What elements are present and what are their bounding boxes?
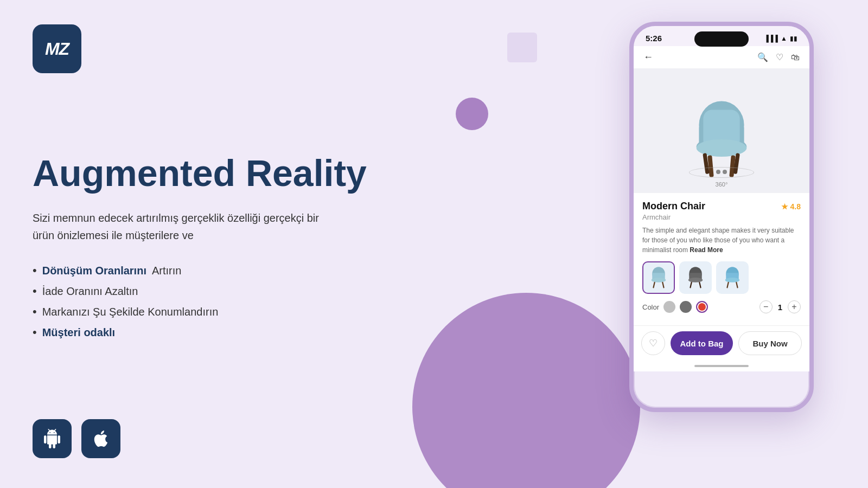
thumbnail-row	[642, 261, 801, 294]
bullet-list: Dönüşüm Oranlarını Artırın İade Oranını …	[33, 264, 412, 346]
svg-point-16	[688, 278, 703, 282]
bullet-normal-1: Artırın	[152, 265, 181, 277]
product-image-area: 360°	[634, 68, 809, 193]
buy-now-button[interactable]: Buy Now	[738, 331, 802, 355]
wishlist-button[interactable]: ♡	[641, 331, 665, 355]
qty-increase-button[interactable]: +	[788, 300, 801, 313]
dynamic-island	[694, 31, 749, 47]
search-icon[interactable]: 🔍	[757, 52, 768, 62]
bg-decoration-circle-large	[412, 293, 640, 488]
product-description: The simple and elegant shape makes it ve…	[642, 226, 801, 255]
subtitle: Sizi memnun edecek artırılmış gerçeklik …	[33, 209, 326, 244]
color-label: Color	[642, 303, 659, 311]
left-content: Augmented Reality Sizi memnun edecek art…	[33, 0, 412, 488]
wifi-icon: ▲	[781, 35, 787, 42]
store-buttons	[33, 419, 120, 458]
status-icons: ▐▐▐ ▲ ▮▮	[764, 35, 797, 42]
android-store-button[interactable]	[33, 419, 72, 458]
bullet-normal-2: İade Oranını Azaltın	[42, 285, 138, 298]
star-icon: ★	[781, 202, 788, 211]
bullet-normal-3: Markanızı Şu Şekilde Konumlandırın	[42, 306, 219, 318]
read-more-link[interactable]: Read More	[690, 246, 723, 254]
qty-value: 1	[778, 303, 782, 312]
thumb-chair-icon-1	[647, 266, 671, 290]
ar-360-label: 360°	[716, 181, 728, 188]
back-button[interactable]: ←	[643, 52, 653, 63]
product-name: Modern Chair	[642, 201, 705, 212]
product-category: Armchair	[642, 213, 801, 221]
logo: MZ	[33, 24, 81, 73]
header-action-icons: 🔍 ♡ 🛍	[757, 52, 800, 62]
svg-line-12	[653, 282, 654, 288]
svg-line-13	[662, 282, 663, 288]
bullet-bold-4: Müşteri odaklı	[42, 326, 115, 339]
thumbnail-3[interactable]	[716, 261, 749, 294]
list-item: Dönüşüm Oranlarını Artırın	[33, 264, 412, 278]
app-header: ← 🔍 ♡ 🛍	[634, 46, 809, 68]
home-bar	[694, 365, 749, 367]
ar-dot	[723, 170, 727, 174]
svg-line-18	[699, 282, 700, 288]
add-to-bag-button[interactable]: Add to Bag	[671, 331, 733, 355]
qty-decrease-button[interactable]: −	[760, 300, 773, 313]
svg-line-23	[736, 282, 737, 288]
action-bar: ♡ Add to Bag Buy Now	[634, 325, 809, 361]
thumb-chair-icon-3	[720, 266, 744, 290]
list-item: Markanızı Şu Şekilde Konumlandırın	[33, 305, 412, 319]
rating-badge: ★ 4.8	[781, 202, 801, 211]
qty-control: − 1 +	[760, 300, 801, 313]
svg-point-21	[725, 278, 739, 282]
color-option-gray[interactable]	[663, 301, 675, 313]
thumbnail-1[interactable]	[642, 261, 675, 294]
thumb-chair-icon-2	[684, 266, 707, 290]
main-title: Augmented Reality	[33, 153, 412, 194]
thumbnail-2[interactable]	[679, 261, 712, 294]
ar-dots	[716, 170, 727, 174]
color-option-red[interactable]	[696, 301, 708, 313]
color-option-dark[interactable]	[680, 301, 692, 313]
cart-icon[interactable]: 🛍	[791, 53, 800, 62]
product-info: Modern Chair ★ 4.8 Armchair The simple a…	[634, 193, 809, 325]
ios-store-button[interactable]	[81, 419, 120, 458]
list-item: İade Oranını Azaltın	[33, 284, 412, 298]
phone-container: 5:26 ▐▐▐ ▲ ▮▮ ← 🔍 ♡ 🛍	[629, 22, 814, 412]
bg-decoration-rect2	[507, 33, 537, 62]
product-name-row: Modern Chair ★ 4.8	[642, 201, 801, 212]
battery-icon: ▮▮	[790, 35, 797, 42]
svg-line-17	[690, 282, 691, 288]
rating-value: 4.8	[790, 202, 801, 211]
wishlist-icon[interactable]: ♡	[776, 52, 783, 62]
home-indicator	[634, 361, 809, 371]
status-time: 5:26	[646, 34, 662, 43]
apple-icon	[91, 429, 111, 448]
color-section: Color	[642, 301, 708, 313]
ar-dot	[716, 170, 720, 174]
bg-decoration-circle-small	[456, 98, 488, 130]
bullet-bold-1: Dönüşüm Oranlarını	[42, 265, 146, 277]
android-icon	[42, 429, 62, 448]
color-qty-row: Color − 1 +	[642, 300, 801, 313]
phone-frame: 5:26 ▐▐▐ ▲ ▮▮ ← 🔍 ♡ 🛍	[629, 22, 814, 412]
svg-line-22	[727, 282, 728, 288]
signal-icon: ▐▐▐	[764, 35, 778, 42]
svg-point-11	[652, 278, 666, 282]
logo-text: MZ	[45, 39, 69, 59]
list-item: Müşteri odaklı	[33, 325, 412, 339]
